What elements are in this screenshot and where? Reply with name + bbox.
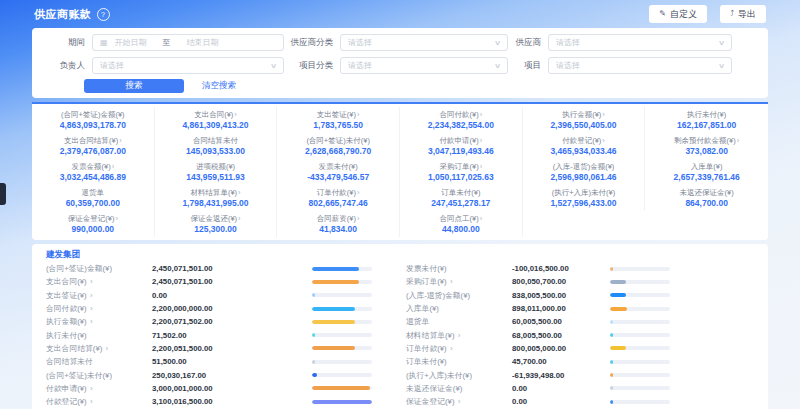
detail-row-label: (执行+入库)未付(¥) [406, 370, 512, 381]
help-icon[interactable]: ? [97, 8, 110, 21]
summary-card[interactable]: 付款申请(¥)›3,047,119,493.46 [400, 133, 523, 159]
detail-row[interactable]: 执行金额(¥) ›2,200,071,502.00 [46, 315, 372, 328]
chevron-right-icon: › [88, 291, 93, 300]
summary-card-value: 2,657,339,761.46 [647, 172, 766, 183]
summary-card[interactable]: 付款登记(¥)›3,465,934,033.46 [523, 133, 646, 159]
detail-row[interactable]: 付款申请(¥) ›3,000,001,000.00 [46, 382, 372, 395]
chevron-right-icon: › [456, 397, 461, 406]
export-icon: ⤴ [730, 9, 734, 19]
period-range-input[interactable]: ▦ 开始日期 至 结束日期 [92, 34, 284, 51]
chevron-right-icon: › [238, 214, 241, 223]
summary-card: 发票未付(¥)-433,479,546.57 [277, 159, 400, 185]
summary-card-label: (入库-退货)金额(¥) [525, 162, 643, 172]
summary-card-label: (合同+签证)未付(¥) [279, 136, 397, 146]
summary-card[interactable]: 执行金额(¥)›2,396,550,405.00 [523, 107, 646, 133]
detail-row-bar [312, 320, 372, 324]
detail-row-label: 订单付款(¥) › [406, 343, 512, 354]
summary-card[interactable]: 发票金额(¥)›3,032,454,486.89 [32, 159, 155, 185]
owner-select[interactable]: 请选择 ∨ [92, 57, 284, 74]
detail-row-bar [610, 400, 670, 404]
detail-row[interactable]: 支出合同(¥) ›2,450,071,501.00 [46, 275, 372, 288]
detail-row-value: 2,450,071,501.00 [152, 264, 312, 273]
summary-card[interactable]: 保证金登记(¥)›990,000.00 [32, 211, 155, 237]
summary-card: 合同结算未付145,093,533.00 [155, 133, 278, 159]
top-header: 供应商账款 ? ✎ 自定义 ⤴ 导出 [0, 0, 800, 28]
detail-row-bar [312, 360, 372, 364]
summary-card: (执行+入库)未付(¥)1,527,596,433.00 [523, 185, 646, 211]
detail-row-value: 60,005,500.00 [512, 317, 610, 326]
summary-card[interactable]: 支出签证(¥)›1,783,765.50 [277, 107, 400, 133]
detail-row-bar [312, 293, 372, 297]
detail-row: 未返还保证金(¥)0.00 [406, 382, 670, 395]
chevron-down-icon: ∨ [494, 62, 501, 70]
summary-card[interactable]: 支出合同结算(¥)›2,379,476,087.00 [32, 133, 155, 159]
summary-panel: (合同+签证)金额(¥)4,863,093,178.70支出合同(¥)›4,86… [32, 102, 768, 240]
chevron-right-icon: › [737, 136, 740, 145]
chevron-right-icon: › [112, 162, 115, 171]
summary-card[interactable]: 合同薪资(¥)›41,834.00 [277, 211, 400, 237]
detail-row-bar [312, 386, 372, 390]
project-category-select[interactable]: 请选择 ∨ [340, 57, 508, 74]
project-placeholder: 请选择 [556, 60, 580, 71]
chevron-right-icon: › [448, 344, 453, 353]
summary-card: 进项税额(¥)143,959,511.93 [155, 159, 278, 185]
detail-row-value: 45,700.00 [512, 357, 610, 366]
export-button[interactable]: ⤴ 导出 [720, 5, 766, 23]
summary-card-value: 1,050,117,025.63 [402, 172, 520, 183]
summary-card[interactable]: 订单付款(¥)›802,665,747.46 [277, 185, 400, 211]
summary-card-label: 发票未付(¥) [279, 162, 397, 172]
supplier-category-select[interactable]: 请选择 ∨ [340, 34, 508, 51]
summary-card: 未返还保证金(¥)864,700.00 [645, 185, 768, 211]
detail-row-bar [610, 267, 670, 271]
detail-row[interactable]: 支出合同结算(¥) ›2,200,051,500.00 [46, 342, 372, 355]
detail-row[interactable]: 采购订单(¥) ›800,050,700.00 [406, 275, 670, 288]
detail-row-label: 付款登记(¥) › [46, 396, 152, 407]
detail-row[interactable]: 订单付款(¥) ›800,005,000.00 [406, 342, 670, 355]
chevron-right-icon: › [456, 331, 461, 340]
detail-row: (合同+签证)未付(¥)250,030,167.00 [46, 368, 372, 381]
summary-card[interactable]: 合同点工(¥)›44,800.00 [400, 211, 523, 237]
detail-row-label: (合同+签证)金额(¥) [46, 263, 152, 274]
detail-row: 退货单60,005,500.00 [406, 315, 670, 328]
clear-search-link[interactable]: 清空搜索 [202, 80, 236, 92]
owner-placeholder: 请选择 [100, 60, 124, 71]
summary-card-value: 2,379,476,087.00 [34, 146, 152, 157]
summary-card-value: 125,300.00 [157, 224, 275, 235]
search-button[interactable]: 搜索 [84, 79, 184, 93]
summary-card[interactable]: 合同付款(¥)›2,234,382,554.00 [400, 107, 523, 133]
chevron-right-icon: › [357, 214, 360, 223]
project-select[interactable]: 请选择 ∨ [548, 57, 732, 74]
summary-card[interactable]: 剩余预付款金额(¥)›373,082.00 [645, 133, 768, 159]
summary-card-value: 3,047,119,493.46 [402, 146, 520, 157]
summary-card[interactable]: 保证金返还(¥)›125,300.00 [155, 211, 278, 237]
detail-row[interactable]: 保证金登记(¥) ›0.00 [406, 395, 670, 408]
summary-card-label: 付款申请(¥)› [402, 136, 520, 146]
summary-card-value: 373,082.00 [647, 146, 766, 157]
detail-row-value: 838,005,500.00 [512, 291, 610, 300]
chevron-right-icon: › [88, 317, 93, 326]
summary-card[interactable]: 支出合同(¥)›4,861,309,413.20 [155, 107, 278, 133]
customize-button[interactable]: ✎ 自定义 [649, 5, 707, 23]
detail-row-label: (合同+签证)未付(¥) [46, 370, 152, 381]
summary-card-label: 执行金额(¥)› [525, 110, 643, 120]
drawer-handle[interactable] [0, 183, 6, 205]
detail-row[interactable]: 付款登记(¥) ›3,100,016,500.00 [46, 395, 372, 408]
detail-row: (合同+签证)金额(¥)2,450,071,501.00 [46, 262, 372, 275]
summary-card: 执行未付(¥)162,167,851.00 [645, 107, 768, 133]
summary-card-value: 2,596,980,061.46 [525, 172, 643, 183]
detail-row: (入库-退货)金额(¥)838,005,500.00 [406, 289, 670, 302]
detail-row-bar [610, 293, 670, 297]
detail-row[interactable]: 合同付款(¥) ›2,200,000,000.00 [46, 302, 372, 315]
summary-card-value: 145,093,533.00 [157, 146, 275, 157]
summary-card-label: 入库单(¥) [647, 162, 766, 172]
detail-row-bar [312, 400, 372, 404]
summary-grid: (合同+签证)金额(¥)4,863,093,178.70支出合同(¥)›4,86… [32, 107, 768, 237]
chevron-right-icon: › [88, 397, 93, 406]
detail-row[interactable]: 支出签证(¥) ›0.00 [46, 289, 372, 302]
chevron-right-icon: › [357, 110, 360, 119]
supplier-select[interactable]: 请选择 ∨ [548, 34, 732, 51]
summary-card[interactable]: 采购订单(¥)›1,050,117,025.63 [400, 159, 523, 185]
detail-row[interactable]: 材料结算单(¥) ›68,005,500.00 [406, 328, 670, 341]
summary-card[interactable]: 材料结算单(¥)›1,798,431,995.00 [155, 185, 278, 211]
group-title[interactable]: 建发集团 [46, 249, 754, 259]
